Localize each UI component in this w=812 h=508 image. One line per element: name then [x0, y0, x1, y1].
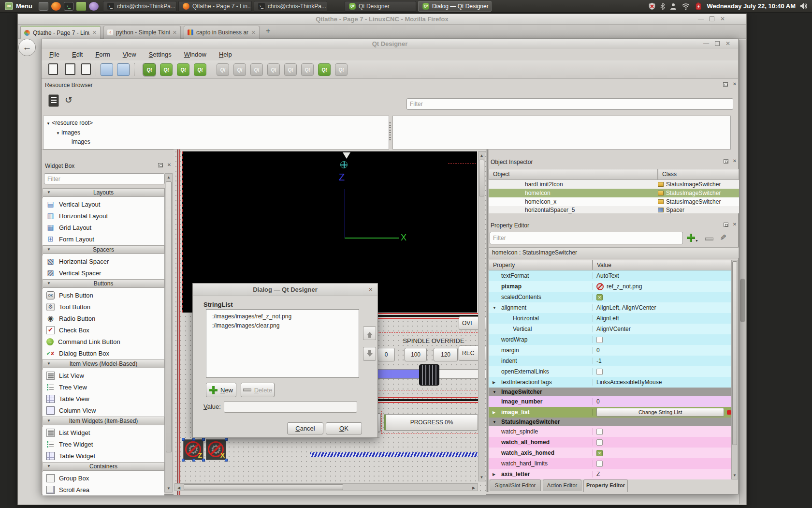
save-form-icon[interactable]	[81, 63, 91, 75]
scroll-down-icon[interactable]: ▼	[165, 486, 172, 491]
edit-buddies-icon[interactable]: Qt	[177, 63, 189, 76]
widget-tree-widget[interactable]: Tree Widget	[43, 438, 164, 450]
widget-list-view[interactable]: List View	[43, 370, 164, 381]
row-hardlimit2icon[interactable]: hardLimit2Icon StatusImageSwitcher	[489, 180, 739, 189]
widget-scroll-area[interactable]: Scroll Area	[43, 484, 164, 495]
checkbox-unchecked-icon[interactable]	[596, 429, 603, 435]
scrollbar-thumb[interactable]	[740, 279, 745, 322]
expander-icon[interactable]: ▼	[56, 131, 60, 135]
dock-close-icon[interactable]: ✕	[732, 158, 738, 164]
taskbar-item-firefox[interactable]: Qtlathe - Page 7 - Lin...	[178, 1, 252, 12]
menu-window[interactable]: Window	[184, 51, 206, 58]
mint-menu-button[interactable]: lm Menu	[0, 0, 37, 13]
tab-python-tkinter[interactable]: ‹ python - Simple Tkinter Toggl ✕	[103, 26, 181, 39]
wifi-icon[interactable]	[682, 2, 690, 10]
tab-qtlathe[interactable]: Qtlathe - Page 7 - LinuxCNC ✕	[20, 26, 101, 39]
widget-grid-layout[interactable]: ▦Grid Layout	[43, 222, 164, 233]
menu-settings[interactable]: Settings	[149, 51, 172, 58]
tab-capto[interactable]: capto in Business and Indust ✕	[184, 26, 260, 39]
move-down-button[interactable]	[363, 347, 376, 361]
prop-watch-axis-homed[interactable]: watch_axis_homed✕	[489, 448, 731, 458]
layout-splitter-v-icon[interactable]: Qt	[267, 63, 280, 76]
row-homeicon-x[interactable]: homeIcon_x StatusImageSwitcher	[489, 197, 739, 206]
column-class[interactable]: Class	[658, 169, 739, 180]
prop-margin[interactable]: margin0	[489, 345, 731, 356]
battery-icon[interactable]	[695, 2, 702, 10]
dock-float-icon[interactable]	[724, 223, 728, 227]
checkbox-unchecked-icon[interactable]	[596, 369, 603, 375]
maximize-icon[interactable]	[710, 16, 714, 21]
new-tab-button[interactable]: +	[266, 27, 270, 35]
cancel-button[interactable]: Cancel	[287, 422, 323, 434]
firefox-launcher-icon[interactable]	[51, 2, 61, 11]
property-scrollbar[interactable]: ▼	[731, 260, 738, 479]
taskbar-item-dialog[interactable]: Qt Dialog — Qt Designer	[418, 1, 492, 12]
layout-grid-icon[interactable]: Qt	[284, 63, 297, 76]
close-icon[interactable]: ✕	[725, 40, 730, 47]
bring-to-front-icon[interactable]	[117, 63, 130, 76]
checkbox-checked-icon[interactable]: ✕	[596, 450, 603, 456]
prop-alignment-horizontal[interactable]: HorizontalAlignLeft	[489, 313, 731, 324]
layout-vertical-icon[interactable]: Qt	[233, 63, 246, 76]
category-layouts[interactable]: Layouts	[43, 188, 164, 197]
list-item[interactable]: :/images/images/clear.png	[212, 322, 279, 329]
splitter-handle[interactable]	[389, 122, 391, 142]
category-spacers[interactable]: Spacers	[43, 245, 164, 254]
prop-watch-all-homed[interactable]: watch_all_homed	[489, 437, 731, 448]
layout-splitter-h-icon[interactable]: Qt	[250, 63, 263, 76]
expander-icon[interactable]: ▼	[46, 121, 50, 126]
clock[interactable]: Wednesday July 22, 10:40 AM	[707, 2, 796, 10]
files-launcher-icon[interactable]	[76, 2, 86, 11]
widget-push-button[interactable]: OKPush Button	[43, 289, 164, 301]
widget-dialog-button-box[interactable]: ✔✘Dialog Button Box	[43, 347, 164, 359]
widget-filter-input[interactable]	[44, 173, 165, 184]
widget-tree-view[interactable]: Tree View	[43, 381, 164, 393]
user-status-icon[interactable]	[669, 2, 677, 10]
firefox-back-button[interactable]: ←	[18, 39, 36, 56]
taskbar-item-terminal-2[interactable]: ›_ chris@chris-ThinkPa...	[254, 1, 327, 12]
widget-column-view[interactable]: Column View	[43, 404, 164, 416]
scrollbar-thumb[interactable]	[166, 181, 172, 452]
widget-horizontal-spacer[interactable]: ▧Horizontal Spacer	[43, 255, 164, 267]
send-to-back-icon[interactable]	[101, 63, 113, 76]
widget-table-widget[interactable]: Table Widget	[43, 450, 164, 462]
canvas-vscrollbar[interactable]: ▲ ▼	[478, 151, 485, 481]
break-layout-icon[interactable]: Qt	[318, 63, 331, 76]
string-list[interactable]: :/images/images/ref_z_not.png :/images/i…	[206, 309, 359, 378]
close-icon[interactable]: ✕	[368, 287, 374, 293]
spindle-slider-handle[interactable]	[419, 364, 439, 386]
widget-vertical-layout[interactable]: ▤Vertical Layout	[43, 198, 164, 210]
tree-item-images-child[interactable]: images	[72, 138, 90, 145]
pidgin-launcher-icon[interactable]	[89, 2, 99, 11]
prop-alignment[interactable]: ▼alignmentAlignLeft, AlignVCenter	[489, 302, 731, 313]
menu-file[interactable]: File	[49, 51, 59, 58]
spindle-120-button[interactable]: 120	[434, 348, 458, 361]
close-icon[interactable]: ✕	[720, 15, 725, 22]
taskbar-item-qt-designer[interactable]: Qt Qt Designer	[345, 1, 416, 12]
checkbox-unchecked-icon[interactable]	[596, 439, 603, 446]
move-up-button[interactable]	[363, 326, 376, 340]
reload-icon[interactable]: ↺	[65, 94, 72, 105]
new-form-icon[interactable]	[48, 63, 58, 75]
widget-tool-button[interactable]: ⚙Tool Button	[43, 301, 164, 313]
widget-table-view[interactable]: Table View	[43, 393, 164, 404]
prop-image-number[interactable]: image_number0	[489, 396, 731, 407]
prop-openexternallinks[interactable]: openExternalLinks	[489, 366, 731, 377]
widget-group-box[interactable]: Group Box	[43, 472, 164, 484]
widget-form-layout[interactable]: ⊞Form Layout	[43, 233, 164, 245]
resource-tree-pane[interactable]: ▼ <resource root> ▼ images images	[43, 116, 389, 149]
tab-action-editor[interactable]: Action Editor	[543, 479, 581, 491]
adjust-size-icon[interactable]: Qt	[335, 63, 348, 76]
volume-icon[interactable]	[800, 2, 808, 10]
dock-float-icon[interactable]	[723, 82, 728, 87]
dock-close-icon[interactable]: ✕	[732, 81, 738, 87]
column-object[interactable]: Object	[489, 169, 658, 180]
prop-textinteractionflags[interactable]: ▶textInteractionFlagsLinksAccessibleByMo…	[489, 377, 731, 388]
minimize-icon[interactable]: —	[698, 15, 704, 22]
configure-icon[interactable]: ✎	[718, 234, 727, 240]
menu-edit[interactable]: Edit	[72, 51, 83, 58]
tab-property-editor[interactable]: Property Editor	[583, 479, 628, 492]
row-horizontalspacer5[interactable]: horizontalSpacer_5 Spacer	[489, 206, 739, 213]
category-item-views[interactable]: Item Views (Model-Based)	[43, 359, 164, 368]
widget-list-widget[interactable]: List Widget	[43, 427, 164, 438]
